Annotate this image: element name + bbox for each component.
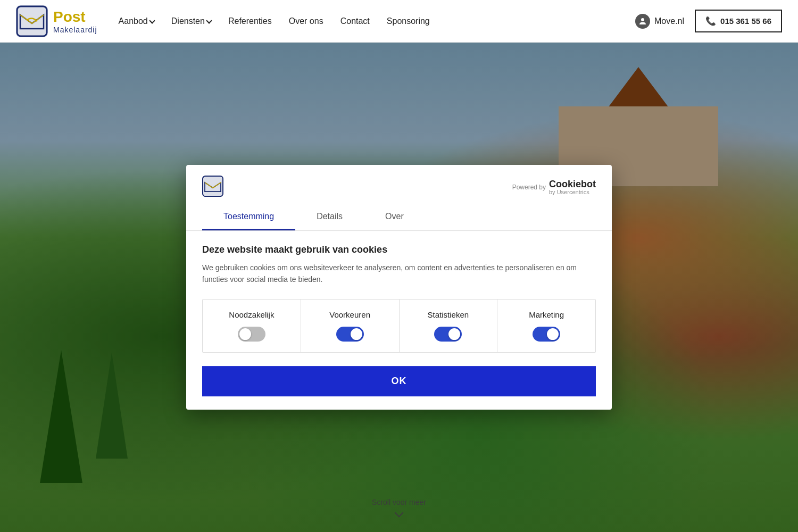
nav-contact[interactable]: Contact — [340, 16, 370, 26]
nav-aanbod[interactable]: Aanbod — [119, 16, 154, 26]
cookie-section-marketing: Marketing — [497, 300, 595, 352]
toggle-statistieken[interactable] — [434, 327, 462, 342]
nav-diensten[interactable]: Diensten — [171, 16, 211, 26]
account-icon — [635, 14, 650, 29]
nav-links: Aanbod Diensten Referenties Over ons Con… — [119, 16, 635, 26]
logo[interactable]: Post Makelaardij — [16, 5, 97, 37]
cookie-section-statistieken: Statistieken — [400, 300, 498, 352]
phone-icon: 📞 — [705, 16, 716, 26]
chevron-down-icon — [149, 18, 155, 23]
nav-right: Move.nl 📞 015 361 55 66 — [635, 10, 782, 32]
nav-over-ons[interactable]: Over ons — [289, 16, 323, 26]
cookiebot-brand: Cookiebot by Usercentrics — [549, 179, 596, 195]
modal-logo-area — [202, 176, 223, 199]
section-label-marketing: Marketing — [529, 310, 564, 319]
logo-makelaardij-text: Makelaardij — [53, 26, 97, 34]
tab-details[interactable]: Details — [295, 204, 364, 230]
toggle-noodzakelijk[interactable] — [238, 327, 265, 342]
move-nl-link[interactable]: Move.nl — [635, 14, 684, 29]
modal-tabs: Toestemming Details Over — [186, 204, 612, 231]
post-makelaardij-logo-small — [202, 176, 223, 197]
toggle-marketing[interactable] — [533, 327, 560, 342]
cookie-section-noodzakelijk: Noodzakelijk — [203, 300, 301, 352]
toggle-voorkeuren[interactable] — [336, 327, 364, 342]
nav-sponsoring[interactable]: Sponsoring — [387, 16, 430, 26]
cookie-toggle-sections: Noodzakelijk Voorkeuren Stat — [202, 299, 596, 353]
tab-toestemming[interactable]: Toestemming — [202, 204, 295, 230]
svg-point-2 — [641, 18, 644, 21]
hero-section: Scroll voor meer Powered by Cookiebot by… — [0, 43, 798, 532]
chevron-down-icon — [206, 18, 212, 23]
section-label-voorkeuren: Voorkeuren — [329, 310, 370, 319]
cookie-description: We gebruiken cookies om ons websiteverke… — [202, 262, 596, 286]
nav-referenties[interactable]: Referenties — [228, 16, 272, 26]
cookie-section-voorkeuren: Voorkeuren — [301, 300, 400, 352]
navbar: Post Makelaardij Aanbod Diensten Referen… — [0, 0, 798, 43]
section-label-noodzakelijk: Noodzakelijk — [229, 310, 274, 319]
svg-rect-3 — [202, 176, 223, 197]
phone-button[interactable]: 📞 015 361 55 66 — [695, 10, 782, 32]
logo-post-text: Post — [53, 9, 97, 26]
logo-icon — [16, 5, 48, 37]
ok-button[interactable]: OK — [202, 366, 596, 396]
modal-body: Deze website maakt gebruik van cookies W… — [186, 231, 612, 410]
cookie-consent-modal: Powered by Cookiebot by Usercentrics Toe… — [186, 165, 612, 410]
cookie-title: Deze website maakt gebruik van cookies — [202, 244, 596, 255]
powered-by-area: Powered by Cookiebot by Usercentrics — [512, 179, 596, 195]
modal-header: Powered by Cookiebot by Usercentrics — [186, 165, 612, 204]
tab-over[interactable]: Over — [364, 204, 425, 230]
logo-text: Post Makelaardij — [53, 9, 97, 34]
section-label-statistieken: Statistieken — [428, 310, 469, 319]
